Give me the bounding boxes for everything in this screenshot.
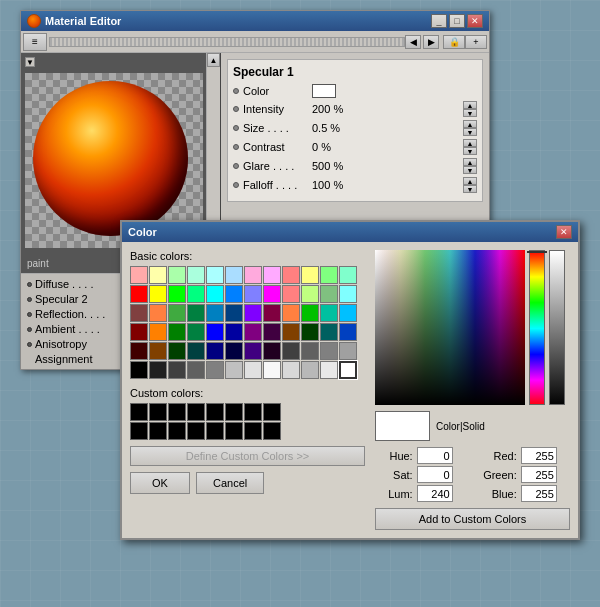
color-cell[interactable] (320, 342, 338, 360)
color-cell[interactable] (225, 304, 243, 322)
custom-color-cell[interactable] (187, 403, 205, 421)
color-cell-selected[interactable] (339, 361, 357, 379)
color-cell[interactable] (244, 304, 262, 322)
color-cell[interactable] (320, 323, 338, 341)
lum-input[interactable] (417, 485, 453, 502)
color-cell[interactable] (149, 342, 167, 360)
color-cell[interactable] (320, 304, 338, 322)
color-cell[interactable] (206, 266, 224, 284)
color-cell[interactable] (282, 304, 300, 322)
custom-color-cell[interactable] (168, 422, 186, 440)
color-cell[interactable] (149, 285, 167, 303)
color-cell[interactable] (187, 361, 205, 379)
color-cell[interactable] (225, 266, 243, 284)
color-cell[interactable] (149, 361, 167, 379)
color-cell[interactable] (339, 342, 357, 360)
hue-input[interactable] (417, 447, 453, 464)
falloff-spinner[interactable]: ▲ ▼ (463, 177, 477, 193)
color-cell[interactable] (130, 285, 148, 303)
color-cell[interactable] (168, 285, 186, 303)
add-custom-colors-button[interactable]: Add to Custom Colors (375, 508, 570, 530)
custom-color-cell[interactable] (168, 403, 186, 421)
custom-color-cell[interactable] (244, 403, 262, 421)
custom-color-cell[interactable] (130, 422, 148, 440)
color-cell[interactable] (130, 304, 148, 322)
color-cell[interactable] (206, 304, 224, 322)
glare-spinner[interactable]: ▲ ▼ (463, 158, 477, 174)
custom-color-cell[interactable] (206, 422, 224, 440)
custom-color-cell[interactable] (225, 403, 243, 421)
color-cell[interactable] (282, 342, 300, 360)
down-arrow[interactable]: ▼ (463, 109, 477, 117)
color-cell[interactable] (187, 266, 205, 284)
color-cell[interactable] (244, 323, 262, 341)
color-cell[interactable] (206, 342, 224, 360)
color-cell[interactable] (168, 266, 186, 284)
color-cell[interactable] (168, 304, 186, 322)
color-cell[interactable] (339, 323, 357, 341)
scroll-up[interactable]: ▲ (207, 53, 220, 67)
preview-toggle[interactable]: ▼ (25, 57, 35, 67)
color-cell[interactable] (225, 342, 243, 360)
color-cell[interactable] (244, 361, 262, 379)
color-cell[interactable] (263, 266, 281, 284)
red-input[interactable] (521, 447, 557, 464)
color-cell[interactable] (206, 285, 224, 303)
sat-input[interactable] (417, 466, 453, 483)
color-cell[interactable] (168, 323, 186, 341)
color-cell[interactable] (339, 266, 357, 284)
color-dialog-close[interactable]: ✕ (556, 225, 572, 239)
size-spinner[interactable]: ▲ ▼ (463, 120, 477, 136)
custom-color-cell[interactable] (263, 403, 281, 421)
color-cell[interactable] (301, 285, 319, 303)
color-cell[interactable] (225, 323, 243, 341)
nav-back[interactable]: ◀ (405, 35, 421, 49)
color-cell[interactable] (244, 266, 262, 284)
minimize-button[interactable]: _ (431, 14, 447, 28)
nav-forward[interactable]: ▶ (423, 35, 439, 49)
maximize-button[interactable]: □ (449, 14, 465, 28)
custom-color-cell[interactable] (225, 422, 243, 440)
hue-slider[interactable] (529, 250, 545, 405)
color-cell[interactable] (282, 323, 300, 341)
color-cell[interactable] (301, 323, 319, 341)
color-gradient-picker[interactable] (375, 250, 525, 405)
color-cell[interactable] (187, 323, 205, 341)
color-cell[interactable] (149, 304, 167, 322)
custom-color-cell[interactable] (149, 422, 167, 440)
color-cell[interactable] (263, 323, 281, 341)
green-input[interactable] (521, 466, 557, 483)
color-cell[interactable] (339, 285, 357, 303)
color-cell[interactable] (320, 285, 338, 303)
custom-color-cell[interactable] (244, 422, 262, 440)
plus-btn[interactable]: + (465, 35, 487, 49)
color-cell[interactable] (320, 361, 338, 379)
color-cell[interactable] (225, 361, 243, 379)
contrast-spinner[interactable]: ▲ ▼ (463, 139, 477, 155)
close-button[interactable]: ✕ (467, 14, 483, 28)
color-cell[interactable] (225, 285, 243, 303)
cancel-button[interactable]: Cancel (196, 472, 264, 494)
color-cell[interactable] (301, 304, 319, 322)
intensity-spinner[interactable]: ▲ ▼ (463, 101, 477, 117)
color-cell[interactable] (187, 285, 205, 303)
color-cell[interactable] (168, 342, 186, 360)
color-cell[interactable] (263, 361, 281, 379)
up-arrow[interactable]: ▲ (463, 101, 477, 109)
define-custom-colors-button[interactable]: Define Custom Colors >> (130, 446, 365, 466)
custom-color-cell[interactable] (263, 422, 281, 440)
color-cell[interactable] (301, 361, 319, 379)
color-cell[interactable] (244, 342, 262, 360)
color-cell[interactable] (301, 266, 319, 284)
color-cell[interactable] (301, 342, 319, 360)
color-swatch[interactable] (312, 84, 336, 98)
color-cell[interactable] (206, 361, 224, 379)
color-cell[interactable] (130, 323, 148, 341)
custom-color-cell[interactable] (206, 403, 224, 421)
color-cell[interactable] (130, 266, 148, 284)
custom-color-cell[interactable] (187, 422, 205, 440)
color-cell[interactable] (282, 266, 300, 284)
color-cell[interactable] (206, 323, 224, 341)
color-cell[interactable] (320, 266, 338, 284)
toolbar-btn1[interactable]: ≡ (23, 33, 47, 51)
